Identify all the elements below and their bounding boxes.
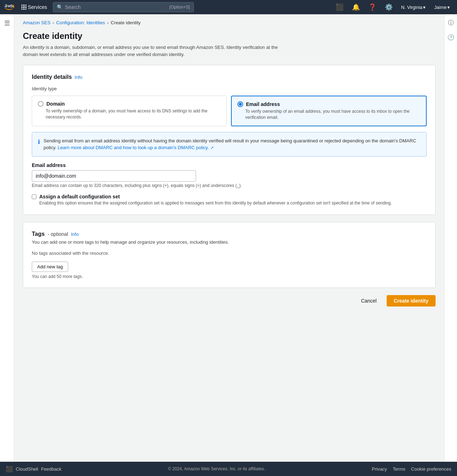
assign-config-label[interactable]: Assign a default configuration set <box>39 194 120 199</box>
assign-config-checkbox[interactable] <box>32 194 36 199</box>
domain-option-header: Domain <box>38 101 221 107</box>
settings-icon[interactable]: ⚙️ <box>382 2 396 12</box>
tags-description: You can add one or more tags to help man… <box>32 239 427 245</box>
identity-details-card: Identity details Info Identity type Doma… <box>23 65 436 215</box>
assign-config-row: Assign a default configuration set Enabl… <box>32 194 427 206</box>
content-area: ☰ Amazon SES › Configuration: Identities… <box>0 14 457 462</box>
bottom-bar: ⬛ CloudShell Feedback © 2024, Amazon Web… <box>0 462 457 476</box>
breadcrumb-ses-link[interactable]: Amazon SES <box>23 20 50 25</box>
services-button[interactable]: Services <box>19 3 50 11</box>
breadcrumb-identities-link[interactable]: Configuration: Identities <box>56 20 105 25</box>
cloudshell-icon: ⬛ <box>6 466 13 472</box>
terms-link[interactable]: Terms <box>393 466 405 472</box>
email-address-input[interactable] <box>32 170 196 182</box>
notifications-icon[interactable]: 🔔 <box>349 2 363 12</box>
identity-details-info-link[interactable]: Info <box>75 75 82 80</box>
sidebar-toggle-button[interactable]: ☰ <box>2 17 12 29</box>
cloudshell-button[interactable]: CloudShell <box>16 466 38 472</box>
domain-label: Domain <box>46 101 65 107</box>
email-option-header: Email address <box>237 101 420 107</box>
assign-config-desc: Enabling this option ensures that the as… <box>39 200 392 206</box>
user-label: Jaime <box>434 5 447 10</box>
breadcrumb: Amazon SES › Configuration: Identities ›… <box>23 20 436 25</box>
left-sidebar: ☰ <box>0 14 14 462</box>
right-panel-history-icon[interactable]: 🕐 <box>445 32 457 43</box>
right-panel: ⓘ 🕐 <box>444 14 457 462</box>
domain-radio[interactable] <box>38 101 44 107</box>
region-selector[interactable]: N. Virginia ▾ <box>398 3 429 11</box>
tags-card: Tags - optional Info You can add one or … <box>23 222 436 288</box>
email-address-group: Email address Email address can contain … <box>32 162 427 188</box>
breadcrumb-current: Create identity <box>111 20 141 25</box>
page-title: Create identity <box>23 31 436 41</box>
card-title-identity-details: Identity details Info <box>32 74 427 80</box>
action-row: Cancel Create identity <box>23 295 436 307</box>
email-hint: Email address can contain up to 320 char… <box>32 183 427 188</box>
identity-type-row: Domain To verify ownership of a domain, … <box>32 96 427 126</box>
email-label: Email address <box>246 101 280 107</box>
main-content: Amazon SES › Configuration: Identities ›… <box>14 14 444 462</box>
tags-label: Tags <box>32 231 45 237</box>
dmarc-link[interactable]: Learn more about DMARC and how to look u… <box>58 145 214 150</box>
email-address-label: Email address <box>32 162 427 168</box>
cookie-link[interactable]: Cookie preferences <box>411 466 451 472</box>
radio-inner <box>239 103 242 106</box>
identity-details-title: Identity details <box>32 74 72 80</box>
grid-icon <box>21 5 26 10</box>
no-tags-text: No tags associated with the resource. <box>32 250 427 256</box>
cloudshell-nav-icon[interactable]: ⬛ <box>333 2 346 12</box>
help-icon[interactable]: ❓ <box>366 2 379 12</box>
domain-option[interactable]: Domain To verify ownership of a domain, … <box>32 96 227 126</box>
copyright-text: © 2024, Amazon Web Services, Inc. or its… <box>67 466 366 471</box>
info-circle-icon: ℹ <box>38 138 40 151</box>
user-chevron-icon: ▾ <box>447 5 450 10</box>
region-label: N. Virginia <box>401 5 423 10</box>
tags-title: Tags - optional Info <box>32 231 427 237</box>
bottom-bar-left: ⬛ CloudShell Feedback <box>6 466 61 472</box>
right-panel-info-icon[interactable]: ⓘ <box>446 17 456 29</box>
search-bar[interactable]: 🔍 [Option+S] <box>53 2 194 12</box>
page-description-em: identity <box>30 45 45 50</box>
tags-limit: You can add 50 more tags. <box>32 274 427 279</box>
breadcrumb-sep-1: › <box>52 20 54 25</box>
search-input[interactable] <box>65 4 167 10</box>
bottom-bar-right: Privacy Terms Cookie preferences <box>372 466 451 472</box>
cancel-button[interactable]: Cancel <box>355 295 382 307</box>
aws-logo[interactable] <box>4 4 14 10</box>
breadcrumb-sep-2: › <box>107 20 109 25</box>
search-icon: 🔍 <box>57 4 63 10</box>
dmarc-info-box: ℹ Sending email from an email address id… <box>32 132 427 157</box>
user-menu[interactable]: Jaime ▾ <box>431 3 453 11</box>
tags-optional: - optional <box>47 231 68 237</box>
feedback-button[interactable]: Feedback <box>41 466 61 472</box>
email-radio[interactable] <box>237 101 243 107</box>
create-identity-button[interactable]: Create identity <box>387 295 436 307</box>
services-label: Services <box>28 4 47 10</box>
tags-info-link[interactable]: Info <box>71 232 79 237</box>
privacy-link[interactable]: Privacy <box>372 466 387 472</box>
top-navigation: Services 🔍 [Option+S] ⬛ 🔔 ❓ ⚙️ N. Virgin… <box>0 0 457 14</box>
search-shortcut: [Option+S] <box>170 5 190 10</box>
identity-type-label: Identity type <box>32 86 427 91</box>
email-desc: To verify ownership of an email address,… <box>245 108 420 121</box>
add-new-tag-button[interactable]: Add new tag <box>32 262 68 272</box>
external-link-icon: ↗ <box>210 146 214 150</box>
info-box-content: Sending email from an email address iden… <box>44 137 421 151</box>
domain-desc: To verify ownership of a domain, you mus… <box>46 108 221 120</box>
email-option[interactable]: Email address To verify ownership of an … <box>231 96 427 126</box>
region-chevron-icon: ▾ <box>423 5 426 10</box>
page-description: An identity is a domain, subdomain, or e… <box>23 44 280 58</box>
